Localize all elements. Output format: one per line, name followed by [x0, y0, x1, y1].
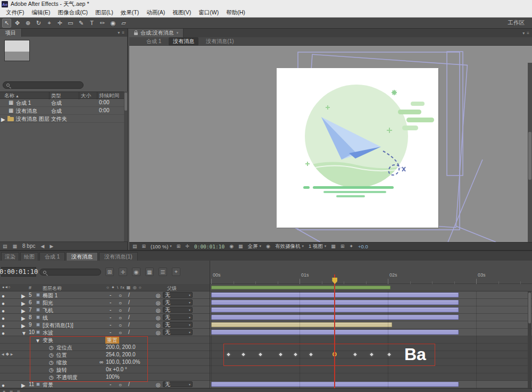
- layer-track[interactable]: [210, 306, 532, 314]
- timeline-row[interactable]: ◷不透明度100%: [0, 373, 532, 381]
- menu-item[interactable]: 动画(A): [143, 9, 169, 17]
- resolution-dropdown[interactable]: 全屏▾: [248, 243, 262, 250]
- expand-arrow-icon[interactable]: ▼: [21, 330, 27, 336]
- timeline-scrollbar[interactable]: [528, 291, 531, 388]
- property-value[interactable]: 0x +0.0 °: [106, 366, 127, 372]
- pickwhip-icon[interactable]: ◎: [156, 322, 161, 328]
- timeline-tab[interactable]: 合成 1: [39, 252, 65, 261]
- expand-arrow-icon[interactable]: ▶: [1, 116, 5, 122]
- keyframe-diamond[interactable]: [293, 352, 298, 357]
- quality-switch[interactable]: ○: [119, 315, 122, 321]
- shy-switch[interactable]: -: [110, 307, 111, 313]
- playhead-line[interactable]: [334, 274, 335, 388]
- project-row[interactable]: ▦没有消息合成0:00: [0, 107, 124, 115]
- shy-switch[interactable]: -: [110, 299, 111, 305]
- keyframe-diamond[interactable]: [241, 352, 246, 357]
- keyframe-diamond[interactable]: [226, 352, 231, 357]
- transform-reset-button[interactable]: 重置: [105, 337, 119, 344]
- effects-switch[interactable]: /: [128, 299, 130, 305]
- parent-dropdown[interactable]: 无▾: [163, 381, 193, 387]
- pickwhip-icon[interactable]: ◎: [156, 330, 161, 336]
- comp-tab[interactable]: 没有消息(1): [202, 37, 238, 46]
- parent-dropdown[interactable]: 无▾: [163, 292, 193, 298]
- property-name[interactable]: 缩放: [56, 359, 67, 366]
- effects-switch[interactable]: /: [128, 322, 130, 328]
- timeline-tool-icon[interactable]: ◉: [132, 268, 140, 276]
- keyframe-diamond[interactable]: [352, 352, 358, 357]
- camera-dropdown[interactable]: 有效摄像机▾: [275, 243, 304, 250]
- property-name[interactable]: 位置: [56, 352, 67, 359]
- project-footer-icon[interactable]: ▤: [3, 244, 7, 249]
- orbit-camera-tool[interactable]: ↻: [34, 19, 43, 28]
- viewer-render-icon[interactable]: ⊞: [340, 244, 345, 249]
- time-ruler[interactable]: 00s01s02s03s: [210, 261, 532, 284]
- shy-switch[interactable]: -: [110, 322, 111, 328]
- timeline-footer-icon[interactable]: ▥: [17, 389, 20, 392]
- pen-tool[interactable]: ✎: [77, 19, 86, 28]
- tab-project[interactable]: 项目: [0, 29, 22, 37]
- comp-tab[interactable]: 合成 1: [142, 37, 165, 46]
- effects-switch[interactable]: /: [128, 314, 130, 320]
- timeline-tool-icon[interactable]: ⌖: [172, 268, 180, 276]
- property-value[interactable]: 100%: [106, 374, 120, 380]
- layer-label-chip[interactable]: [36, 382, 40, 386]
- quality-switch[interactable]: ○: [119, 307, 122, 313]
- prev-arrow-icon[interactable]: ◀: [41, 244, 45, 249]
- shy-switch[interactable]: -: [110, 329, 111, 335]
- project-row[interactable]: ▶没有消息 图层文件夹: [0, 115, 124, 123]
- viewer-panel-menu[interactable]: ▾ ≡: [522, 31, 532, 36]
- expand-arrow-icon[interactable]: ▶: [21, 323, 26, 329]
- viewer-content[interactable]: [129, 46, 532, 242]
- layer-duration-bar[interactable]: [211, 322, 392, 327]
- tab-composition-viewer[interactable]: 合成:没有消息 ▾: [129, 29, 184, 37]
- layer-track[interactable]: [210, 291, 532, 299]
- keyframe-diamond[interactable]: [369, 352, 375, 357]
- zoom-tool[interactable]: ⊕: [23, 19, 32, 28]
- stopwatch-icon[interactable]: ◷: [49, 367, 54, 373]
- timeline-tab[interactable]: 没有消息: [66, 252, 98, 261]
- timeline-search-input[interactable]: [48, 270, 93, 275]
- menu-item[interactable]: 窗口(W): [195, 9, 222, 17]
- visibility-eye-icon[interactable]: ●: [2, 308, 5, 314]
- property-value[interactable]: 254.0, 200.0: [106, 352, 136, 357]
- scrollbar-thumb[interactable]: [528, 293, 531, 323]
- pickwhip-icon[interactable]: ◎: [156, 300, 161, 306]
- work-area-bar[interactable]: [211, 286, 390, 289]
- effects-switch[interactable]: /: [128, 292, 130, 298]
- layer-label-chip[interactable]: [36, 315, 40, 319]
- scrollbar-thumb[interactable]: [124, 93, 127, 111]
- layer-label-chip[interactable]: [36, 293, 40, 297]
- timeline-search[interactable]: [39, 269, 101, 276]
- timeline-tab[interactable]: 没有消息(1): [99, 252, 137, 261]
- visibility-eye-icon[interactable]: ●: [2, 323, 5, 329]
- visibility-eye-icon[interactable]: ●: [2, 315, 5, 321]
- timeline-tool-icon[interactable]: ☰: [159, 268, 167, 276]
- timeline-row[interactable]: ●▶5椭圆 1-○/◎无▾: [0, 291, 532, 299]
- stopwatch-icon[interactable]: ◷: [49, 374, 54, 380]
- keyframe-diamond[interactable]: [308, 352, 313, 357]
- menu-item[interactable]: 效果(T): [117, 9, 143, 17]
- timeline-row[interactable]: ▼变换重置: [0, 336, 532, 344]
- panel-menu[interactable]: ▾ ≡: [118, 30, 127, 35]
- property-value[interactable]: 200.0, 200.0: [106, 344, 136, 350]
- layer-track[interactable]: [210, 329, 532, 336]
- timeline-row[interactable]: ●▼10水波-○/◎无▾: [0, 329, 532, 336]
- stopwatch-icon[interactable]: ◷: [49, 352, 54, 358]
- comp-tab[interactable]: 没有消息: [169, 37, 198, 46]
- visibility-eye-icon[interactable]: ●: [2, 330, 5, 336]
- layer-label-chip[interactable]: [36, 330, 40, 334]
- grid-guides-icon[interactable]: ⊞: [177, 244, 181, 249]
- visibility-eye-icon[interactable]: ●: [2, 301, 5, 306]
- lock-icon[interactable]: [134, 32, 138, 35]
- timeline-footer-icon[interactable]: ◉: [3, 389, 5, 392]
- timeline-tool-icon[interactable]: ▦: [145, 268, 154, 276]
- property-name[interactable]: 不透明度: [56, 374, 78, 381]
- layer-label-chip[interactable]: [36, 323, 40, 327]
- view-layout-dropdown[interactable]: 1 视图▾: [309, 243, 326, 250]
- parent-dropdown[interactable]: 无▾: [163, 307, 193, 313]
- selection-tool[interactable]: ↖: [2, 19, 11, 28]
- pan-behind-tool[interactable]: ✛: [55, 19, 64, 28]
- current-timecode[interactable]: 0:00:01:10: [1, 267, 36, 277]
- timeline-row[interactable]: ◷缩放∞100.0, 100.0%: [0, 358, 532, 366]
- menu-item[interactable]: 图像合成(C): [54, 9, 92, 17]
